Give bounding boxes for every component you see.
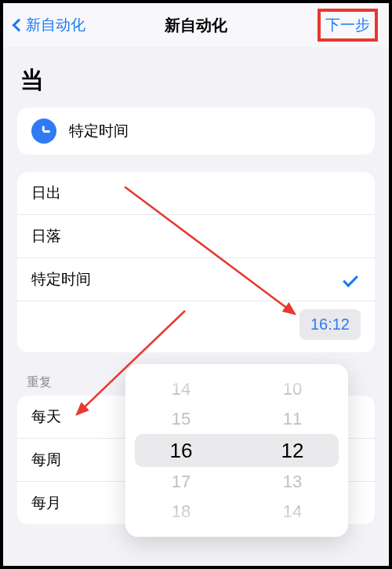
- repeat-weekly-label: 每周: [31, 450, 61, 470]
- specific-time-label: 特定时间: [69, 121, 129, 141]
- back-button[interactable]: 新自动化: [14, 15, 85, 35]
- chevron-left-icon: [13, 19, 26, 32]
- selected-time-chip[interactable]: 16:12: [299, 309, 361, 340]
- navigation-bar: 新自动化 新自动化 下一步: [3, 3, 389, 47]
- picker-item: 10: [237, 374, 348, 404]
- picker-item: 13: [237, 467, 348, 497]
- picker-item-selected: 16: [125, 434, 237, 467]
- annotation-highlight-box: 下一步: [318, 9, 378, 42]
- picker-item: 14: [125, 374, 237, 404]
- checkmark-icon: [343, 272, 358, 287]
- when-heading: 当: [3, 47, 389, 108]
- sunrise-label: 日出: [31, 183, 61, 203]
- minute-picker-column[interactable]: 10 11 12 13 14: [237, 374, 348, 527]
- specific-time-row[interactable]: 特定时间: [17, 108, 375, 155]
- time-options-card: 日出 日落 特定时间 16:12: [17, 172, 375, 352]
- picker-item: 15: [125, 404, 237, 434]
- trigger-type-card: 特定时间: [17, 108, 375, 155]
- picker-item-selected: 12: [237, 434, 348, 467]
- back-label: 新自动化: [26, 15, 85, 35]
- clock-icon: [31, 119, 56, 144]
- sunset-label: 日落: [31, 226, 61, 246]
- sunrise-row[interactable]: 日出: [17, 172, 375, 214]
- repeat-daily-label: 每天: [31, 407, 61, 427]
- hour-picker-column[interactable]: 14 15 16 17 18: [125, 374, 237, 527]
- selected-time-area: 16:12: [17, 301, 375, 352]
- specific-time-option-label: 特定时间: [31, 269, 91, 290]
- specific-time-option-row[interactable]: 特定时间: [17, 257, 375, 301]
- time-picker-popover[interactable]: 14 15 16 17 18 10 11 12 13 14: [125, 364, 348, 537]
- next-button[interactable]: 下一步: [325, 15, 370, 35]
- picker-item: 14: [237, 497, 348, 527]
- sunset-row[interactable]: 日落: [17, 214, 375, 257]
- picker-item: 17: [125, 467, 237, 497]
- picker-item: 11: [237, 404, 348, 434]
- picker-item: 18: [125, 497, 237, 527]
- repeat-monthly-label: 每月: [31, 493, 61, 513]
